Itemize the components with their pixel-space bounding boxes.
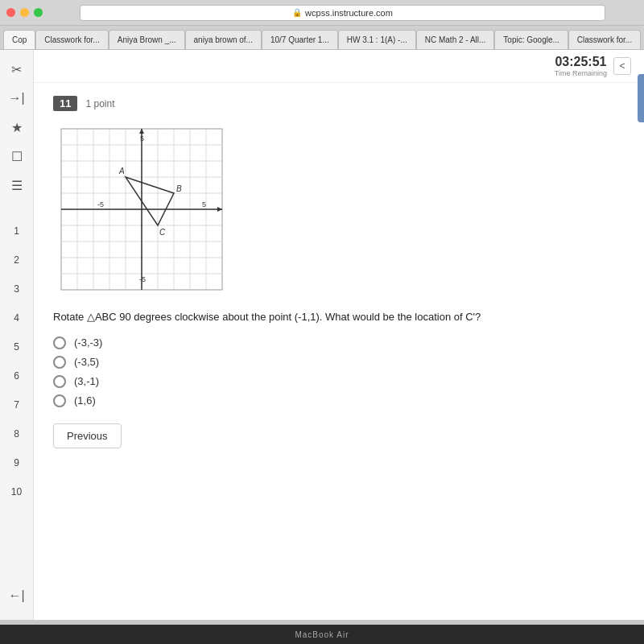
nav-number-7[interactable]: 7 [4, 391, 30, 419]
svg-text:-5: -5 [97, 200, 104, 208]
tab-hw[interactable]: HW 3.1 : 1(A) -... [338, 30, 416, 49]
question-points: 1 point [85, 98, 114, 109]
answer-choices: (-3,-3) (-3,5) (3,-1) (1,6) [53, 336, 625, 407]
maximize-window-btn[interactable] [34, 8, 43, 17]
answer-text-d: (1,6) [74, 394, 96, 407]
radio-c[interactable] [53, 375, 66, 388]
svg-text:5: 5 [202, 200, 206, 208]
tab-classwork1[interactable]: Classwork for... [35, 30, 108, 49]
answer-text-b: (-3,5) [74, 356, 99, 368]
question-header: 11 1 point [53, 96, 625, 111]
browser-topbar: 🔒 wcpss.instructure.com [0, 0, 644, 26]
main-area: ✂ →| ★ ☐ ☰ 1 2 3 4 5 6 7 8 9 10 ←| 03:25… [0, 50, 644, 620]
answer-text-c: (3,-1) [74, 375, 99, 387]
tab-aniya2[interactable]: aniya brown of... [185, 30, 262, 49]
previous-button[interactable]: Previous [53, 423, 122, 448]
tab-ncmath[interactable]: NC Math 2 - All... [416, 30, 495, 49]
nav-number-6[interactable]: 6 [4, 362, 30, 390]
star-icon[interactable]: ★ [4, 114, 30, 140]
answer-choice-a[interactable]: (-3,-3) [53, 336, 625, 349]
nav-number-4[interactable]: 4 [4, 304, 30, 332]
answer-choice-b[interactable]: (-3,5) [53, 356, 625, 369]
browser-tabs: Cop Classwork for... Aniya Brown _... an… [0, 26, 644, 50]
arrow-right-icon[interactable]: →| [4, 85, 30, 111]
macbook-bar: MacBook Air [0, 625, 644, 644]
left-sidebar: ✂ →| ★ ☐ ☰ 1 2 3 4 5 6 7 8 9 10 ←| [0, 50, 34, 620]
svg-text:A: A [118, 167, 125, 175]
address-bar[interactable]: 🔒 wcpss.instructure.com [80, 5, 605, 21]
question-text: Rotate △ABC 90 degrees clockwise about t… [53, 309, 625, 325]
radio-d[interactable] [53, 394, 66, 407]
svg-text:C: C [159, 228, 166, 237]
checkbox-icon[interactable]: ☐ [4, 143, 30, 169]
macbook-label: MacBook Air [295, 630, 349, 639]
svg-text:B: B [176, 184, 182, 193]
nav-number-5[interactable]: 5 [4, 333, 30, 361]
answer-choice-c[interactable]: (3,-1) [53, 375, 625, 388]
content-area: 03:25:51 Time Remaining < 11 1 point [34, 50, 644, 620]
tab-cop[interactable]: Cop [3, 30, 35, 49]
minimize-window-btn[interactable] [20, 8, 29, 17]
close-window-btn[interactable] [6, 8, 15, 17]
coordinate-graph: 5 -5 5 -5 A B C [53, 121, 230, 298]
svg-text:-5: -5 [139, 275, 146, 283]
graph-container: 5 -5 5 -5 A B C [53, 121, 625, 298]
timer-label: Time Remaining [555, 69, 607, 77]
nav-number-10[interactable]: 10 [4, 478, 30, 506]
radio-b[interactable] [53, 356, 66, 369]
lock-icon: 🔒 [292, 8, 302, 17]
question-area: 11 1 point [34, 83, 644, 461]
timer-display: 03:25:51 Time Remaining [555, 55, 607, 77]
answer-text-a: (-3,-3) [74, 336, 102, 349]
nav-number-1[interactable]: 1 [4, 217, 30, 245]
timer-bar: 03:25:51 Time Remaining < [34, 50, 644, 83]
right-accent-bar [638, 74, 644, 122]
answer-choice-d[interactable]: (1,6) [53, 394, 625, 407]
svg-text:5: 5 [140, 134, 144, 142]
tab-quarter[interactable]: 10/7 Quarter 1... [262, 30, 338, 49]
tab-google[interactable]: Topic: Google... [494, 30, 568, 49]
tab-aniya1[interactable]: Aniya Brown _... [109, 30, 185, 49]
nav-number-2[interactable]: 2 [4, 246, 30, 274]
nav-number-9[interactable]: 9 [4, 449, 30, 477]
nav-arrow-left-icon[interactable]: ←| [4, 583, 30, 609]
radio-a[interactable] [53, 336, 66, 349]
url-text: wcpss.instructure.com [305, 8, 393, 18]
nav-number-8[interactable]: 8 [4, 420, 30, 448]
collapse-timer-button[interactable]: < [613, 57, 631, 75]
browser-chrome: 🔒 wcpss.instructure.com Cop Classwork fo… [0, 0, 644, 50]
tab-classwork2[interactable]: Classwork for... [568, 30, 641, 49]
scissors-icon[interactable]: ✂ [4, 56, 30, 82]
timer-value: 03:25:51 [555, 55, 607, 69]
menu-icon[interactable]: ☰ [4, 172, 30, 198]
nav-number-3[interactable]: 3 [4, 275, 30, 303]
sidebar-nav-numbers: 1 2 3 4 5 6 7 8 9 10 [4, 217, 30, 506]
question-number: 11 [53, 96, 77, 111]
